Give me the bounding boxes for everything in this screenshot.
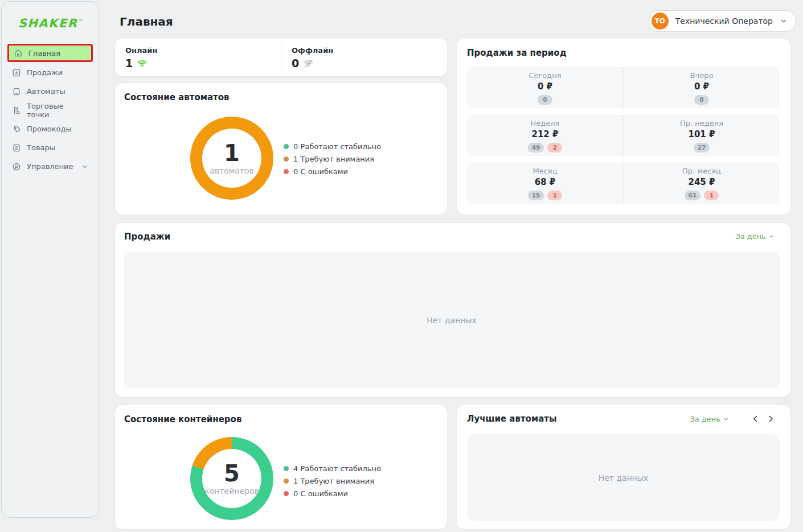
containers-state-card: Состояние контейнеров 5 контейнеров 4 Ра… [115,405,447,529]
sidebar-item-label: Промокоды [27,125,72,133]
sales-card-title: Продажи [124,232,170,242]
online-count: 1 [125,57,133,69]
sidebar-item-outlets[interactable]: Торговые точки [7,102,93,118]
error-badge: 2 [547,143,562,152]
red-dot-icon [284,491,289,496]
period-cell-month: Месяц 68 ₽ 15 1 [467,163,623,204]
legend-item-stable: 4 Работают стабильно [284,464,381,473]
outlet-icon [12,106,21,115]
legend-item-attention: 1 Требуют внимания [284,155,381,163]
sidebar-item-label: Торговые точки [27,102,88,119]
best-empty-state: Нет данных [467,434,780,521]
period-cell-yesterday: Вчера 0 ₽ 0 [623,67,780,108]
best-card-title: Лучшие автоматы [467,414,557,424]
period-cell-week: Неделя 212 ₽ 49 2 [467,115,623,156]
sidebar-menu: Главная Продажи Автоматы Торговые точки [7,44,93,177]
legend-item-errors: 0 С ошибками [284,489,381,498]
sales-chart-icon [12,68,21,77]
sidebar-item-label: Главная [28,49,60,57]
period-row: Неделя 212 ₽ 49 2 Пр. неделя 101 ₽ 27 [467,115,780,156]
sidebar-item-sales[interactable]: Продажи [7,64,93,81]
sales-period-card: Продажи за период Сегодня 0 ₽ 0 Вчера 0 … [457,39,790,215]
period-row: Сегодня 0 ₽ 0 Вчера 0 ₽ 0 [467,67,780,108]
online-offline-card: Онлайн 1 Оффлайн 0 [115,39,447,76]
period-cell-prev-month: Пр. месяц 245 ₽ 61 1 [623,163,780,204]
chevron-down-icon [723,416,729,422]
sidebar-item-promocodes[interactable]: Промокоды [7,121,93,137]
offline-label: Оффлайн [292,46,447,55]
offline-block: Оффлайн 0 [281,39,447,76]
user-menu[interactable]: ТО Технический Оператор [649,10,796,32]
sidebar-item-label: Продажи [27,68,63,77]
sidebar: SHAKER™ Главная Продажи Автоматы Торговы… [1,1,99,518]
machines-card-title: Состояние автоматов [124,92,230,102]
sidebar-item-label: Автоматы [27,87,65,96]
best-machines-card: Лучшие автоматы За день Нет данных [457,405,790,529]
no-data-text: Нет данных [599,473,649,482]
period-cell-today: Сегодня 0 ₽ 0 [467,67,623,108]
wifi-off-icon [303,58,314,69]
red-dot-icon [284,169,289,174]
chevron-down-icon [81,163,88,170]
containers-donut-chart: 5 контейнеров [190,437,273,520]
legend-item-errors: 0 С ошибками [284,167,381,176]
machines-donut-chart: 1 автоматов [190,117,273,200]
machines-unit: автоматов [210,166,254,175]
sidebar-item-management[interactable]: Управление [7,158,93,175]
machines-state-card: Состояние автоматов 1 автоматов 0 Работа… [115,83,447,215]
sales-period-filter[interactable]: За день [735,232,775,241]
count-badge: 49 [528,143,544,152]
wifi-icon [137,58,148,69]
vending-machine-icon [12,87,21,96]
count-badge: 0 [694,95,709,105]
orange-dot-icon [284,479,289,484]
home-icon [14,48,23,57]
offline-count: 0 [292,57,299,69]
count-badge: 61 [685,191,701,200]
period-card-title: Продажи за период [467,48,567,58]
machines-total: 1 [224,142,240,164]
no-data-text: Нет данных [427,316,477,325]
prev-page-button[interactable] [751,414,761,424]
sidebar-item-goods[interactable]: Товары [7,139,93,156]
containers-total: 5 [224,462,240,485]
best-period-filter[interactable]: За день [690,415,729,423]
sales-empty-state: Нет данных [124,252,780,388]
chevron-down-icon [780,17,788,25]
machines-legend: 0 Работают стабильно 1 Требуют внимания … [284,142,381,180]
avatar: ТО [652,13,669,30]
green-dot-icon [284,144,289,149]
manage-icon [12,162,21,171]
orange-dot-icon [284,156,289,162]
containers-legend: 4 Работают стабильно 1 Требуют внимания … [284,464,381,502]
online-block: Онлайн 1 [115,39,281,76]
containers-unit: контейнеров [204,486,259,496]
goods-icon [12,143,21,152]
sidebar-item-machines[interactable]: Автоматы [7,83,93,100]
page-title: Главная [120,15,173,28]
legend-item-attention: 1 Требуют внимания [284,477,381,485]
sidebar-item-home[interactable]: Главная [7,44,93,62]
online-label: Онлайн [125,46,281,55]
error-badge: 1 [547,191,562,200]
sidebar-item-label: Управление [27,162,73,171]
sales-chart-card: Продажи За день Нет данных [115,223,790,397]
next-page-button[interactable] [765,414,776,424]
sidebar-item-label: Товары [27,143,55,152]
count-badge: 27 [694,143,710,152]
period-row: Месяц 68 ₽ 15 1 Пр. месяц 245 ₽ 61 1 [467,163,780,204]
chevron-down-icon [768,233,775,240]
green-dot-icon [284,466,289,471]
legend-item-stable: 0 Работают стабильно [284,142,381,151]
count-badge: 0 [538,95,552,105]
period-cell-prev-week: Пр. неделя 101 ₽ 27 [623,115,780,156]
promo-tag-icon [12,125,21,134]
count-badge: 15 [528,191,544,200]
brand-logo: SHAKER™ [2,17,99,30]
error-badge: 1 [704,191,719,200]
containers-card-title: Состояние контейнеров [124,414,241,424]
user-name: Технический Оператор [675,17,773,26]
